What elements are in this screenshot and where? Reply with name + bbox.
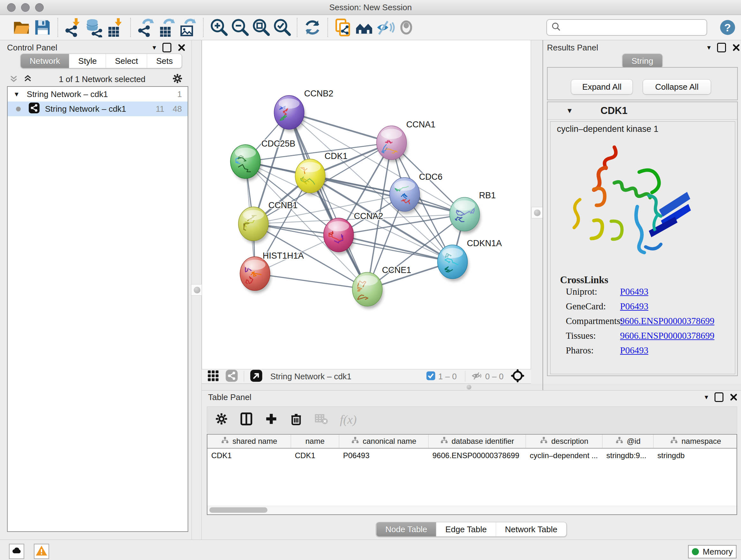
save-session-button[interactable] (32, 17, 53, 38)
import-network-database-button[interactable] (84, 17, 105, 38)
node-table[interactable]: shared namenamecanonical namedatabase id… (207, 434, 737, 515)
gene-header-row[interactable]: ▼ CDK1 (548, 102, 737, 120)
first-neighbors-button[interactable] (354, 17, 375, 38)
table-cell[interactable]: CDK1 (291, 449, 339, 462)
network-edge-CCNA2-CDKN1A[interactable] (339, 235, 453, 262)
network-node-CDKN1A[interactable]: CDKN1A (437, 239, 502, 281)
results-panel-title: Results Panel (547, 43, 598, 52)
column-header-shared-name[interactable]: shared name (207, 435, 291, 448)
column-header-name[interactable]: name (291, 435, 339, 448)
crosslink-link[interactable]: P06493 (620, 287, 649, 297)
gear-icon[interactable] (172, 73, 183, 85)
delete-column-trash-icon[interactable] (289, 412, 303, 427)
tab-edge-table[interactable]: Edge Table (436, 522, 496, 537)
table-cell[interactable]: stringdb (654, 449, 737, 462)
import-network-file-button[interactable] (63, 17, 84, 38)
open-in-string-icon[interactable] (250, 369, 263, 383)
expand-all-button[interactable]: Expand All (571, 79, 633, 95)
search-input[interactable] (546, 19, 707, 36)
memory-button[interactable]: Memory (688, 545, 737, 558)
export-image-button[interactable] (178, 17, 199, 38)
crosslink-link[interactable]: 9606.ENSP00000378699 (620, 330, 715, 341)
network-node-HIST1H1A[interactable]: HIST1H1A (240, 251, 304, 293)
right-splitter-handle[interactable] (531, 207, 543, 219)
panel-menu-button[interactable]: ▾ (704, 394, 708, 401)
tab-select[interactable]: Select (106, 54, 147, 68)
expand-all-tree-icon[interactable] (23, 74, 32, 84)
node-label-CDC25B: CDC25B (261, 139, 295, 148)
panel-menu-button[interactable]: ▾ (152, 44, 156, 51)
crosslink-link[interactable]: P06493 (620, 301, 649, 312)
hidden-eye-slash-icon[interactable] (471, 370, 482, 383)
tab-network[interactable]: Network (21, 54, 69, 68)
clone-network-button[interactable] (333, 17, 354, 38)
protein-structure-image[interactable] (563, 141, 694, 259)
import-table-file-button[interactable] (105, 17, 126, 38)
column-header-description[interactable]: description (526, 435, 603, 448)
collapse-gene-icon[interactable]: ▼ (566, 107, 573, 115)
table-cell[interactable]: stringdb:9... (603, 449, 654, 462)
table-cell[interactable]: 9606.ENSP00000378699 (428, 449, 526, 462)
show-columns-icon[interactable] (240, 412, 253, 427)
export-table-button[interactable] (156, 17, 178, 38)
export-network-button[interactable] (135, 17, 156, 38)
zoom-in-button[interactable] (208, 17, 229, 38)
horizontal-splitter-handle[interactable] (467, 385, 471, 389)
column-header-database-identifier[interactable]: database identifier (428, 435, 526, 448)
network-edge-CCNB2-CCNE1[interactable] (289, 112, 367, 289)
add-column-icon[interactable] (265, 412, 278, 427)
panel-float-button[interactable] (717, 43, 726, 52)
column-header-canonical-name[interactable]: canonical name (339, 435, 428, 448)
tab-sets[interactable]: Sets (147, 54, 182, 68)
birdseye-grid-icon[interactable] (207, 369, 219, 383)
table-cell[interactable]: CDK1 (207, 449, 291, 462)
panel-float-button[interactable] (715, 392, 724, 402)
table-cell[interactable]: P06493 (339, 449, 428, 462)
warning-button[interactable] (34, 544, 49, 559)
network-edge-HIST1H1A-CCNE1[interactable] (255, 273, 367, 289)
cloud-button[interactable] (9, 544, 24, 559)
tab-node-table[interactable]: Node Table (377, 522, 436, 537)
crosslink-link[interactable]: P06493 (620, 345, 649, 356)
tab-network-table[interactable]: Network Table (495, 522, 566, 537)
string-overlay-icon[interactable] (225, 369, 238, 383)
left-splitter-handle[interactable] (191, 284, 203, 296)
network-canvas[interactable]: CCNB2CCNA1CDC25BCDK1CDC6RB1CCNB1CCNA2CDK… (202, 40, 531, 369)
network-collection-row[interactable]: ▼ String Network – cdk1 1 (8, 87, 188, 102)
network-node-CCNE1[interactable]: CCNE1 (352, 265, 411, 309)
table-hscrollbar-thumb[interactable] (209, 507, 267, 513)
help-button[interactable]: ? (719, 19, 736, 36)
tab-style[interactable]: Style (69, 54, 106, 68)
tree-expand-icon[interactable]: ▼ (13, 91, 20, 98)
crosslink-link[interactable]: 9606.ENSP00000378699 (620, 316, 715, 326)
table-row[interactable]: CDK1CDK1P064939606.ENSP00000378699cyclin… (207, 449, 737, 462)
open-file-button[interactable] (11, 17, 32, 38)
table-settings-gear-icon[interactable] (215, 412, 228, 427)
tab-string[interactable]: String (623, 54, 662, 68)
panel-float-button[interactable] (162, 43, 172, 52)
collapse-all-tree-icon[interactable] (9, 74, 18, 84)
hide-selected-button[interactable] (375, 17, 396, 38)
network-node-CDC25B[interactable]: CDC25B (230, 139, 295, 181)
network-node-RB1[interactable]: RB1 (450, 191, 496, 234)
panel-close-button[interactable] (732, 44, 740, 51)
network-node-CDC6[interactable]: CDC6 (390, 172, 443, 214)
network-row-selected[interactable]: String Network – cdk1 11 48 (8, 102, 188, 116)
table-hscrollbar[interactable] (207, 506, 737, 514)
pan-crosshair-icon[interactable] (511, 369, 525, 384)
collapse-all-button[interactable]: Collapse All (643, 79, 711, 95)
table-cell[interactable]: cyclin–dependent ... (526, 449, 603, 462)
network-graph[interactable]: CCNB2CCNA1CDC25BCDK1CDC6RB1CCNB1CCNA2CDK… (202, 40, 531, 368)
zoom-fit-button[interactable] (250, 17, 271, 38)
refresh-button[interactable] (302, 17, 323, 38)
zoom-out-button[interactable] (229, 17, 250, 38)
zoom-selected-button[interactable] (271, 17, 292, 38)
show-all-button[interactable] (396, 17, 417, 38)
panel-close-button[interactable] (178, 44, 185, 51)
network-node-CCNA1[interactable]: CCNA1 (377, 120, 435, 162)
panel-close-button[interactable] (730, 393, 738, 401)
panel-menu-button[interactable]: ▾ (707, 44, 711, 51)
column-header-@id[interactable]: @id (603, 435, 654, 448)
selected-checkbox-icon[interactable] (426, 371, 435, 382)
column-header-namespace[interactable]: namespace (654, 435, 737, 448)
